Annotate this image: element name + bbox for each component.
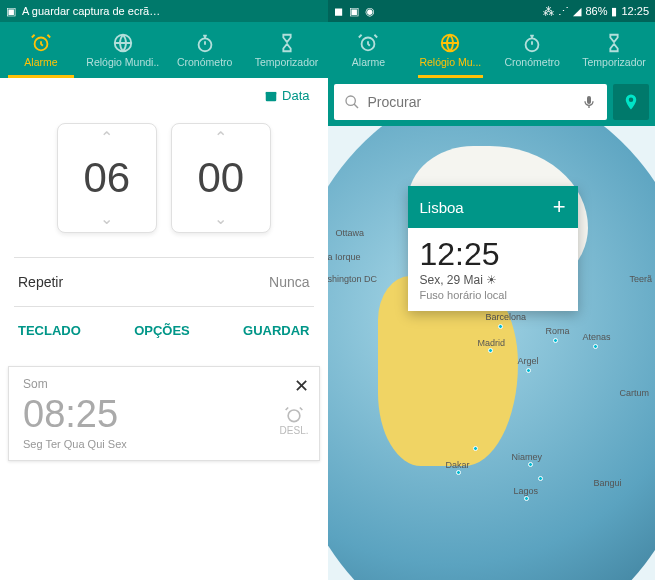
alarm-toggle-off[interactable]: DESL.: [280, 405, 309, 436]
svg-point-5: [288, 410, 300, 422]
signal-icon: ◢: [573, 5, 581, 18]
messenger-icon: ◉: [365, 5, 375, 18]
stopwatch-icon: [194, 32, 216, 54]
calendar-icon: [264, 89, 278, 103]
map-city-label: Niamey: [512, 452, 543, 462]
tab-bar: Alarme Relógio Mu... Cronómetro Temporiz…: [328, 22, 656, 78]
chevron-down-icon[interactable]: ⌄: [214, 209, 227, 228]
tab-bar: Alarme Relógio Mundi.. Cronómetro Tempor…: [0, 22, 328, 78]
alarm-days: Seg Ter Qua Qui Sex: [23, 438, 305, 450]
search-input[interactable]: [368, 94, 574, 110]
map-city-label: Barcelona: [486, 312, 527, 322]
stopwatch-icon: [521, 32, 543, 54]
map-city-label: Ottawa: [336, 228, 365, 238]
battery-icon: ▮: [611, 5, 617, 18]
add-city-button[interactable]: +: [553, 194, 566, 220]
tab-label: Relógio Mundi..: [86, 56, 159, 68]
tab-label: Alarme: [24, 56, 57, 68]
city-timezone: Fuso horário local: [420, 289, 566, 301]
tab-stopwatch[interactable]: Cronómetro: [164, 22, 246, 78]
status-bar: ▣ A guardar captura de ecrã…: [0, 0, 328, 22]
map-city-label: Bangui: [594, 478, 622, 488]
location-pin-icon: [622, 93, 640, 111]
tab-label: Cronómetro: [177, 56, 232, 68]
city-time: 12:25: [420, 236, 566, 273]
wifi-icon: ⋰: [558, 5, 569, 18]
svg-point-2: [198, 38, 211, 51]
svg-point-8: [526, 38, 539, 51]
map-city-label: a Iorque: [328, 252, 361, 262]
tab-worldclock[interactable]: Relógio Mundi..: [82, 22, 164, 78]
globe-icon: [112, 32, 134, 54]
map-city-label: Atenas: [583, 332, 611, 342]
hour-picker[interactable]: ⌃ 06 ⌄: [57, 123, 157, 233]
mic-icon[interactable]: [581, 94, 597, 110]
minute-picker[interactable]: ⌃ 00 ⌄: [171, 123, 271, 233]
alarm-card[interactable]: Som ✕ DESL. 08:25 Seg Ter Qua Qui Sex: [8, 366, 320, 461]
tab-timer[interactable]: Temporizador: [573, 22, 655, 78]
globe-map[interactable]: Ottawa a Iorque shington DC Barcelona Ma…: [328, 126, 656, 580]
bluetooth-icon: ⁂: [543, 5, 554, 18]
tab-label: Relógio Mu...: [419, 56, 481, 68]
facebook-icon: ◼: [334, 5, 343, 18]
date-button[interactable]: Data: [264, 88, 309, 103]
options-button[interactable]: OPÇÕES: [134, 323, 190, 338]
alarm-off-icon: [284, 405, 304, 425]
search-bar[interactable]: [334, 84, 608, 120]
map-city-label: Teerã: [630, 274, 653, 284]
repeat-row[interactable]: Repetir Nunca: [0, 258, 328, 306]
alarm-icon: [30, 32, 52, 54]
status-text: A guardar captura de ecrã…: [22, 5, 160, 17]
svg-rect-10: [587, 96, 591, 104]
map-city-label: Argel: [518, 356, 539, 366]
battery-percent: 86%: [585, 5, 607, 17]
minute-value: 00: [197, 154, 244, 202]
close-icon[interactable]: ✕: [294, 375, 309, 397]
alarm-time: 08:25: [23, 393, 305, 436]
save-button[interactable]: GUARDAR: [243, 323, 309, 338]
sun-icon: ☀: [486, 273, 497, 287]
tab-label: Cronómetro: [504, 56, 559, 68]
chevron-up-icon[interactable]: ⌃: [100, 128, 113, 147]
alarm-icon: [357, 32, 379, 54]
tab-stopwatch[interactable]: Cronómetro: [491, 22, 573, 78]
desl-label: DESL.: [280, 425, 309, 436]
chevron-down-icon[interactable]: ⌄: [100, 209, 113, 228]
status-time: 12:25: [621, 5, 649, 17]
tab-alarm[interactable]: Alarme: [0, 22, 82, 78]
image-icon: ▣: [349, 5, 359, 18]
keyboard-button[interactable]: TECLADO: [18, 323, 81, 338]
city-card: Lisboa + 12:25 Sex, 29 Mai ☀ Fuso horári…: [408, 186, 578, 311]
svg-point-9: [346, 96, 355, 105]
alarm-sound-label: Som: [23, 377, 305, 391]
search-icon: [344, 94, 360, 110]
repeat-label: Repetir: [18, 274, 63, 290]
tab-worldclock[interactable]: Relógio Mu...: [409, 22, 491, 78]
chevron-up-icon[interactable]: ⌃: [214, 128, 227, 147]
tab-label: Temporizador: [582, 56, 646, 68]
city-name: Lisboa: [420, 199, 464, 216]
hourglass-icon: [276, 32, 298, 54]
tab-label: Alarme: [352, 56, 385, 68]
tab-timer[interactable]: Temporizador: [246, 22, 328, 78]
location-button[interactable]: [613, 84, 649, 120]
map-city-label: shington DC: [328, 274, 378, 284]
globe-icon: [439, 32, 461, 54]
map-city-label: Dakar: [446, 460, 470, 470]
tab-alarm[interactable]: Alarme: [328, 22, 410, 78]
date-label: Data: [282, 88, 309, 103]
map-city-label: Lagos: [514, 486, 539, 496]
svg-rect-4: [266, 91, 277, 93]
city-date: Sex, 29 Mai: [420, 273, 483, 287]
hourglass-icon: [603, 32, 625, 54]
map-city-label: Madrid: [478, 338, 506, 348]
screenshot-icon: ▣: [6, 5, 16, 18]
repeat-value: Nunca: [269, 274, 309, 290]
map-city-label: Roma: [546, 326, 570, 336]
hour-value: 06: [83, 154, 130, 202]
status-bar: ◼ ▣ ◉ ⁂ ⋰ ◢ 86% ▮ 12:25: [328, 0, 656, 22]
map-city-label: Cartum: [620, 388, 650, 398]
tab-label: Temporizador: [255, 56, 319, 68]
